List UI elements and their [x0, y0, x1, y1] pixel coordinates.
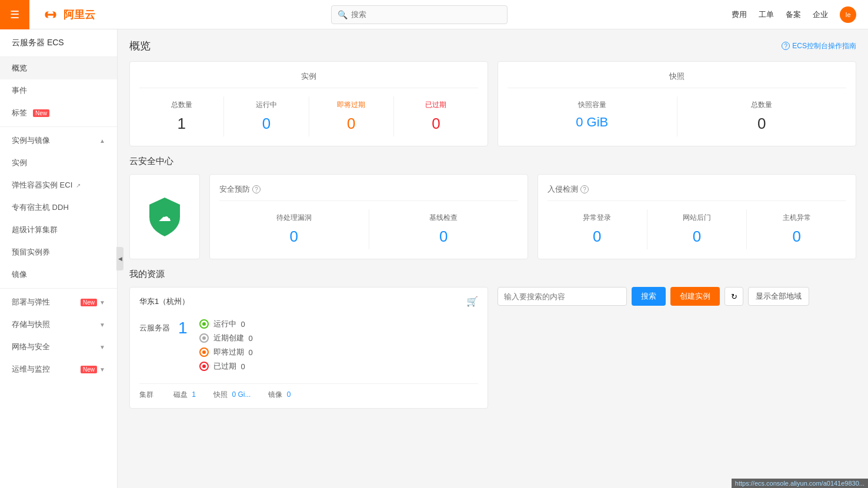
stat-total: 总数量 1 — [139, 96, 224, 136]
search-button[interactable]: 搜索 — [632, 287, 666, 306]
sidebar-item-hpc[interactable]: 超级计算集群 — [0, 219, 117, 241]
sidebar-events-label: 事件 — [12, 85, 27, 96]
sidebar-item-overview[interactable]: 概览 — [0, 57, 117, 79]
show-all-regions-button[interactable]: 显示全部地域 — [748, 287, 809, 306]
intrusion-detection-card: 入侵检测 ? 异常登录 0 网站后门 0 主机异常 0 — [538, 174, 856, 259]
sidebar-tags-label: 标签 — [12, 108, 27, 118]
image-label: 镜像 — [12, 269, 27, 280]
snap-capacity-value[interactable]: 0 GiB — [513, 115, 671, 130]
sidebar-toggle-button[interactable]: ◀ — [116, 247, 123, 270]
svg-text:☁: ☁ — [158, 209, 171, 224]
sidebar-section-storage[interactable]: 存储与快照 ▼ — [0, 313, 117, 336]
dot-expired — [199, 362, 209, 371]
refresh-icon: ↻ — [731, 292, 737, 301]
footer-snapshot-value: 0 Gi... — [232, 390, 251, 399]
ddh-label: 专有宿主机 DDH — [12, 202, 69, 213]
baseline-value[interactable]: 0 — [375, 228, 513, 246]
footer-cluster[interactable]: 集群 — [139, 390, 156, 400]
baseline-stat: 基线检查 0 — [369, 209, 519, 249]
page-header: 概览 ? ECS控制台操作指南 — [129, 39, 856, 53]
snap-total-label: 总数量 — [683, 100, 841, 110]
sidebar-overview-label: 概览 — [12, 63, 27, 73]
security-shield-panel: ☁ — [129, 174, 200, 259]
nav-item-备案[interactable]: 备案 — [786, 9, 801, 20]
snap-total-value[interactable]: 0 — [683, 115, 841, 133]
status-expired-count: 0 — [241, 362, 245, 371]
footer-image-value: 0 — [287, 390, 291, 399]
status-recent-count: 0 — [249, 334, 253, 343]
ecs-label-text: 云服务器 1 — [139, 319, 188, 337]
sidebar-item-ddh[interactable]: 专有宿主机 DDH — [0, 196, 117, 219]
safety-prevention-card: 安全预防 ? 待处理漏洞 0 基线检查 0 — [209, 174, 528, 259]
webshell-stat: 网站后门 0 — [647, 209, 747, 249]
stat-running-value[interactable]: 0 — [230, 115, 302, 133]
intrusion-card-title: 入侵检测 ? — [547, 184, 846, 201]
section-network-label: 网络与安全 — [12, 342, 50, 352]
ecs-count-value[interactable]: 1 — [178, 319, 188, 337]
instance-card: 实例 总数量 1 运行中 0 即将过期 0 已过期 — [129, 61, 488, 146]
sidebar-item-tags[interactable]: 标签 New — [0, 102, 117, 124]
host-abnormal-value[interactable]: 0 — [753, 228, 840, 246]
vuln-value[interactable]: 0 — [225, 228, 363, 246]
page-title: 概览 — [129, 39, 151, 53]
divider-2 — [0, 288, 117, 289]
snap-total: 总数量 0 — [677, 96, 847, 136]
deploy-new-badge: New — [81, 299, 97, 306]
stat-expired: 已过期 0 — [394, 96, 478, 136]
sidebar-section-ops[interactable]: 运维与监控 New ▼ — [0, 358, 117, 380]
abnormal-login-value[interactable]: 0 — [553, 228, 641, 246]
resource-search-input[interactable] — [498, 287, 627, 306]
search-input[interactable] — [351, 10, 501, 19]
nav-item-费用[interactable]: 费用 — [732, 9, 747, 20]
snap-capacity-label: 快照容量 — [513, 100, 671, 110]
help-icon: ? — [782, 42, 790, 50]
main-content: 概览 ? ECS控制台操作指南 实例 总数量 1 运行中 0 — [118, 29, 868, 488]
footer-image-label: 镜像 — [268, 390, 282, 399]
sidebar-item-eci[interactable]: 弹性容器实例 ECI ↗ — [0, 174, 117, 196]
status-running-count: 0 — [241, 320, 245, 329]
webshell-value[interactable]: 0 — [653, 228, 741, 246]
sidebar-item-ecs[interactable]: 实例 — [0, 152, 117, 174]
stat-expiring-label: 即将过期 — [315, 100, 388, 110]
vuln-stat: 待处理漏洞 0 — [219, 209, 369, 249]
nav-item-企业[interactable]: 企业 — [813, 9, 828, 20]
instance-stats: 总数量 1 运行中 0 即将过期 0 已过期 0 — [139, 96, 478, 136]
footer-snapshot[interactable]: 快照 0 Gi... — [213, 390, 251, 400]
footer-image[interactable]: 镜像 0 — [268, 390, 291, 400]
avatar[interactable]: Ie — [840, 6, 856, 23]
sidebar-item-events[interactable]: 事件 — [0, 79, 117, 102]
status-expiring: 即将过期 0 — [199, 347, 478, 357]
divider-1 — [0, 126, 117, 127]
chevron-down-icon-storage: ▼ — [99, 322, 105, 328]
sidebar-section-network[interactable]: 网络与安全 ▼ — [0, 336, 117, 358]
ops-new-badge: New — [81, 366, 97, 373]
ecs-label: 实例 — [12, 158, 27, 168]
external-link-icon: ↗ — [76, 182, 81, 189]
nav-item-工单[interactable]: 工单 — [759, 9, 774, 20]
create-instance-button[interactable]: 创建实例 — [670, 287, 720, 306]
stat-expired-label: 已过期 — [400, 100, 472, 110]
page-help-link[interactable]: ? ECS控制台操作指南 — [782, 41, 856, 51]
security-row: ☁ 安全预防 ? 待处理漏洞 0 基线检查 0 — [129, 174, 856, 259]
stat-expired-value[interactable]: 0 — [400, 115, 472, 133]
footer-disk[interactable]: 磁盘 1 — [173, 390, 196, 400]
ecs-status-list: 运行中 0 近期创建 0 即将过期 0 — [199, 319, 478, 372]
layout: 云服务器 ECS 概览 事件 标签 New 实例与镜像 ▲ 实例 弹性容器实例 … — [0, 29, 868, 488]
safety-info-icon[interactable]: ? — [252, 185, 261, 193]
stat-total-label: 总数量 — [145, 100, 218, 110]
chevron-up-icon: ▲ — [99, 138, 105, 144]
sidebar-section-instances[interactable]: 实例与镜像 ▲ — [0, 129, 117, 152]
hpc-label: 超级计算集群 — [12, 225, 58, 235]
cart-icon[interactable]: 🛒 — [466, 296, 478, 307]
status-running-label: 运行中 — [213, 319, 236, 329]
sidebar-item-image[interactable]: 镜像 — [0, 263, 117, 286]
refresh-button[interactable]: ↻ — [725, 287, 743, 306]
hamburger-button[interactable]: ☰ — [0, 0, 29, 29]
stat-total-value[interactable]: 1 — [145, 115, 218, 133]
search-box[interactable]: 🔍 — [331, 5, 508, 24]
sidebar-item-reserved[interactable]: 预留实例券 — [0, 241, 117, 263]
stat-expiring-value[interactable]: 0 — [315, 115, 388, 133]
snapshot-card-title: 快照 — [508, 71, 846, 88]
sidebar-section-deploy[interactable]: 部署与弹性 New ▼ — [0, 291, 117, 313]
intrusion-info-icon[interactable]: ? — [580, 185, 589, 193]
